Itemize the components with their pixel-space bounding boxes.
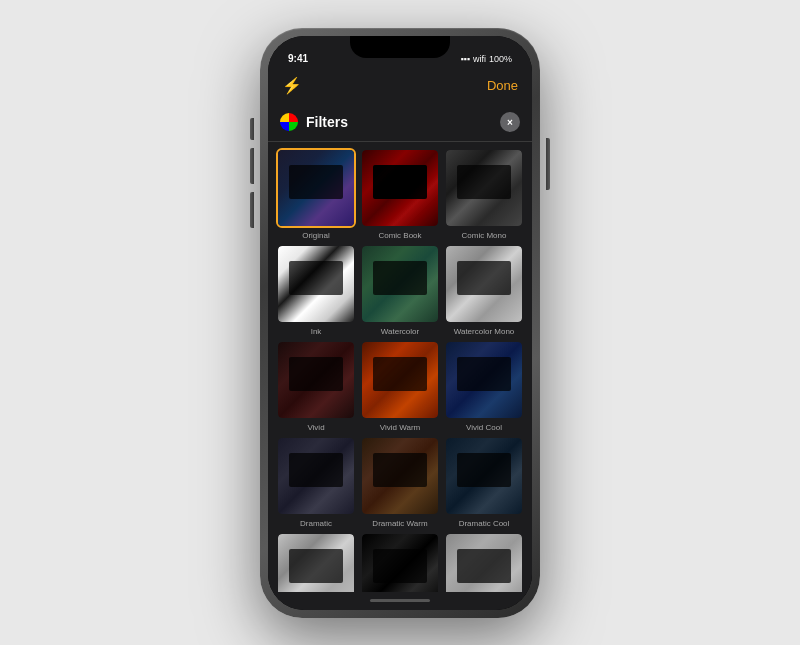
filter-label-original: Original (302, 231, 330, 240)
filter-label-watercolor: Watercolor (381, 327, 419, 336)
filters-header: Filters × (268, 104, 532, 142)
filter-label-vivid-warm: Vivid Warm (380, 423, 420, 432)
filter-thumb-dramatic-cool (444, 436, 524, 516)
tv-shape-icon (289, 357, 342, 391)
filter-item-ink[interactable]: Ink (276, 244, 356, 336)
filter-thumb-inner-original (278, 150, 354, 226)
tv-shape-icon (457, 165, 510, 199)
filter-label-dramatic: Dramatic (300, 519, 332, 528)
filter-label-dramatic-cool: Dramatic Cool (459, 519, 510, 528)
tv-shape-icon (457, 261, 510, 295)
tv-shape-icon (457, 453, 510, 487)
filter-thumb-inner-comic-mono (446, 150, 522, 226)
filter-thumb-vivid (276, 340, 356, 420)
filters-container: OriginalComic BookComic MonoInkWatercolo… (268, 142, 532, 592)
tv-shape-icon (289, 549, 342, 583)
tv-shape-icon (373, 453, 426, 487)
filter-thumb-noir (360, 532, 440, 592)
filter-item-dramatic-cool[interactable]: Dramatic Cool (444, 436, 524, 528)
filter-thumb-dramatic (276, 436, 356, 516)
filter-thumb-inner-vivid-cool (446, 342, 522, 418)
filter-thumb-ink (276, 244, 356, 324)
tv-shape-icon (373, 261, 426, 295)
side-buttons-right (546, 138, 550, 190)
filter-item-dramatic[interactable]: Dramatic (276, 436, 356, 528)
home-bar (370, 599, 430, 602)
filter-item-vivid-warm[interactable]: Vivid Warm (360, 340, 440, 432)
notch (350, 36, 450, 58)
filter-item-fade[interactable]: Fade (444, 532, 524, 592)
tv-shape-icon (457, 549, 510, 583)
power-button[interactable] (546, 138, 550, 190)
filter-thumb-dramatic-warm (360, 436, 440, 516)
filter-thumb-inner-fade (446, 534, 522, 592)
filter-thumb-comic-book (360, 148, 440, 228)
tv-shape-icon (289, 453, 342, 487)
filter-thumb-inner-silvertone (278, 534, 354, 592)
filter-item-vivid[interactable]: Vivid (276, 340, 356, 432)
filter-thumb-inner-watercolor-mono (446, 246, 522, 322)
filter-label-dramatic-warm: Dramatic Warm (372, 519, 427, 528)
phone-frame: 9:41 ▪▪▪ wifi 100% ⚡ Done Filters × (260, 28, 540, 618)
filter-label-ink: Ink (311, 327, 322, 336)
close-button[interactable]: × (500, 112, 520, 132)
filter-label-watercolor-mono: Watercolor Mono (454, 327, 515, 336)
side-buttons-left (250, 118, 254, 228)
header-title: Filters (306, 114, 492, 130)
status-time: 9:41 (288, 53, 308, 64)
filter-thumb-watercolor (360, 244, 440, 324)
done-button[interactable]: Done (487, 78, 518, 93)
photos-icon (280, 113, 298, 131)
tv-shape-icon (373, 549, 426, 583)
filter-label-comic-mono: Comic Mono (462, 231, 507, 240)
signal-icon: ▪▪▪ (460, 54, 470, 64)
filter-thumb-inner-dramatic (278, 438, 354, 514)
filter-thumb-inner-vivid-warm (362, 342, 438, 418)
battery-icon: 100% (489, 54, 512, 64)
filter-item-comic-mono[interactable]: Comic Mono (444, 148, 524, 240)
filter-item-watercolor[interactable]: Watercolor (360, 244, 440, 336)
home-indicator (268, 592, 532, 610)
mute-button[interactable] (250, 118, 254, 140)
filter-thumb-inner-dramatic-cool (446, 438, 522, 514)
tv-shape-icon (373, 357, 426, 391)
filters-grid: OriginalComic BookComic MonoInkWatercolo… (276, 148, 524, 592)
volume-down-button[interactable] (250, 192, 254, 228)
tv-shape-icon (289, 261, 342, 295)
filter-label-comic-book: Comic Book (378, 231, 421, 240)
status-right: ▪▪▪ wifi 100% (460, 54, 512, 64)
filter-thumb-inner-comic-book (362, 150, 438, 226)
filter-thumb-fade (444, 532, 524, 592)
filter-item-original[interactable]: Original (276, 148, 356, 240)
filter-label-vivid-cool: Vivid Cool (466, 423, 502, 432)
filter-item-watercolor-mono[interactable]: Watercolor Mono (444, 244, 524, 336)
filter-thumb-inner-watercolor (362, 246, 438, 322)
filter-label-vivid: Vivid (307, 423, 324, 432)
filter-thumb-inner-noir (362, 534, 438, 592)
filter-thumb-inner-dramatic-warm (362, 438, 438, 514)
filter-item-vivid-cool[interactable]: Vivid Cool (444, 340, 524, 432)
filter-item-silvertone[interactable]: Silvertone (276, 532, 356, 592)
filter-thumb-original (276, 148, 356, 228)
filter-thumb-inner-vivid (278, 342, 354, 418)
phone-screen: 9:41 ▪▪▪ wifi 100% ⚡ Done Filters × (268, 36, 532, 610)
tv-shape-icon (457, 357, 510, 391)
filter-item-dramatic-warm[interactable]: Dramatic Warm (360, 436, 440, 528)
tv-shape-icon (373, 165, 426, 199)
filter-thumb-inner-ink (278, 246, 354, 322)
tv-shape-icon (289, 165, 342, 199)
filter-thumb-silvertone (276, 532, 356, 592)
top-bar: ⚡ Done (268, 68, 532, 104)
wifi-icon: wifi (473, 54, 486, 64)
filter-thumb-vivid-warm (360, 340, 440, 420)
filter-thumb-watercolor-mono (444, 244, 524, 324)
filter-item-noir[interactable]: Noir (360, 532, 440, 592)
flash-icon[interactable]: ⚡ (282, 76, 302, 95)
filter-item-comic-book[interactable]: Comic Book (360, 148, 440, 240)
filter-thumb-comic-mono (444, 148, 524, 228)
filter-thumb-vivid-cool (444, 340, 524, 420)
screen-content: 9:41 ▪▪▪ wifi 100% ⚡ Done Filters × (268, 36, 532, 610)
volume-up-button[interactable] (250, 148, 254, 184)
